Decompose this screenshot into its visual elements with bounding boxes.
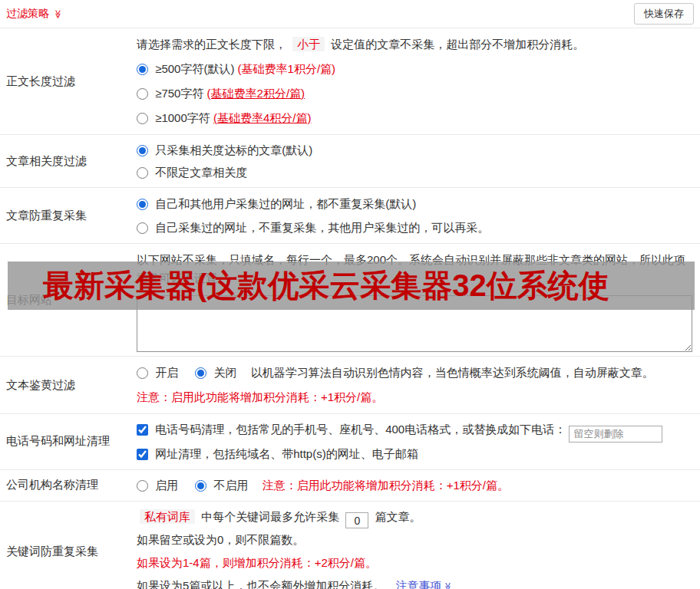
length-option-750[interactable]: ≥750字符 (基础费率2积分/篇) (137, 87, 305, 100)
keyword-note-five: 如果设为5篇或以上，也不会额外增加积分消耗。 (137, 579, 385, 589)
porn-filter-description: 以机器学习算法自动识别色情内容，当色情概率达到系统阈值，自动屏蔽文章。 (251, 366, 654, 379)
row-dedupe-collection: 文章防重复采集 自己和其他用户采集过的网址，都不重复采集(默认) 自己采集过的网… (0, 188, 700, 244)
row-keyword-dedupe: 关键词防重复采集 私有词库 中每个关键词最多允许采集 篇文章。 如果留空或设为0… (0, 502, 700, 589)
row-porn-filter: 文本鉴黄过滤 开启 关闭 以机器学习算法自动识别色情内容，当色情概率达到系统阈值… (0, 357, 700, 414)
company-clean-cost-note: 注意：启用此功能将增加积分消耗：+1积分/篇。 (262, 479, 509, 492)
dedupe-option-global[interactable]: 自己和其他用户采集过的网址，都不重复采集(默认) (137, 197, 416, 210)
row-relevance-filter: 文章相关度过滤 只采集相关度达标的文章(默认) 不限定文章相关度 (0, 135, 700, 188)
company-clean-disable-option[interactable]: 不启用 (195, 479, 251, 492)
length-750-label: ≥750字符 (155, 87, 203, 100)
phone-clean-label: 电话号码清理，包括常见的手机号、座机号、400电话格式，或替换成如下电话： (155, 423, 566, 436)
keyword-count-input[interactable] (345, 512, 368, 528)
replacement-phone-input[interactable] (569, 426, 662, 443)
porn-filter-on-label: 开启 (155, 366, 178, 379)
dedupe-global-radio[interactable] (137, 199, 148, 210)
notes-link-text: 注意事项 (396, 579, 442, 589)
topbar: 过滤策略 ≫ 快速保存 (0, 0, 700, 28)
phone-clean-option[interactable]: 电话号码清理，包括常见的手机号、座机号、400电话格式，或替换成如下电话： (137, 423, 569, 436)
length-option-1000[interactable]: ≥1000字符 (基础费率4积分/篇) (137, 111, 311, 124)
dedupe-option-self[interactable]: 自己采集过的网址，不重复采集，其他用户采集过的，可以再采。 (137, 221, 489, 234)
porn-filter-on-option[interactable]: 开启 (137, 366, 181, 379)
body-length-intro: 请选择需求的正文长度下限， 小于 设定值的文章不采集，超出部分不增加积分消耗。 (137, 32, 694, 57)
section-title-filter-strategy[interactable]: 过滤策略 ≫ (6, 7, 62, 21)
company-clean-enable-radio[interactable] (137, 480, 148, 492)
url-clean-checkbox[interactable] (137, 449, 148, 460)
chevron-down-icon: ≫ (53, 10, 63, 19)
length-1000-fee-note: (基础费率4积分/篇) (213, 111, 312, 124)
relevance-option-strict[interactable]: 只采集相关度达标的文章(默认) (137, 143, 312, 156)
dedupe-self-label: 自己采集过的网址，不重复采集，其他用户采集过的，可以再采。 (155, 221, 489, 234)
length-500-radio[interactable] (137, 64, 148, 75)
length-option-500[interactable]: ≥500字符(默认) (基础费率1积分/篇) (137, 62, 335, 75)
quick-save-button[interactable]: 快速保存 (634, 3, 694, 25)
keyword-note-cost: 如果设为1-4篇，则增加积分消耗：+2积分/篇。 (137, 551, 694, 574)
row-label-relevance: 文章相关度过滤 (0, 135, 137, 187)
intro-text-pre: 请选择需求的正文长度下限， (137, 38, 286, 51)
row-company-cleaning: 公司机构名称清理 启用 不启用 注意：启用此功能将增加积分消耗：+1积分/篇。 (0, 470, 700, 502)
company-clean-disable-label: 不启用 (214, 479, 249, 492)
dedupe-self-radio[interactable] (137, 222, 148, 234)
porn-filter-on-radio[interactable] (137, 367, 148, 379)
dedupe-global-label: 自己和其他用户采集过的网址，都不重复采集(默认) (155, 197, 416, 210)
length-750-radio[interactable] (137, 88, 148, 100)
porn-filter-cost-note: 注意：启用此功能将增加积分消耗：+1积分/篇。 (137, 385, 694, 410)
url-clean-label: 网址清理，包括纯域名、带http(s)的网址、电子邮箱 (155, 447, 418, 460)
company-clean-disable-radio[interactable] (195, 480, 206, 492)
relevance-any-label: 不限定文章相关度 (155, 166, 247, 179)
section-title-text: 过滤策略 (6, 7, 49, 19)
row-phone-url-cleaning: 电话号码和网址清理 电话号码清理，包括常见的手机号、座机号、400电话格式，或替… (0, 414, 700, 470)
filter-settings-page: 过滤策略 ≫ 快速保存 正文长度过滤 请选择需求的正文长度下限， 小于 设定值的… (0, 0, 700, 589)
row-label-company: 公司机构名称清理 (0, 470, 137, 501)
row-label-porn-filter: 文本鉴黄过滤 (0, 357, 137, 413)
intro-text-post: 设定值的文章不采集，超出部分不增加积分消耗。 (331, 38, 584, 51)
keyword-limit-text: 中每个关键词最多允许采集 (201, 510, 339, 523)
phone-clean-checkbox[interactable] (137, 424, 148, 436)
row-body-length-filter: 正文长度过滤 请选择需求的正文长度下限， 小于 设定值的文章不采集，超出部分不增… (0, 28, 700, 135)
row-label-phone-url: 电话号码和网址清理 (0, 414, 137, 469)
row-label-dedupe: 文章防重复采集 (0, 188, 137, 243)
length-500-label: ≥500字符(默认) (155, 62, 234, 75)
watermark-banner: 最新采集器(这款优采云采集器32位系统使 (8, 262, 695, 310)
row-label-keyword: 关键词防重复采集 (0, 502, 137, 589)
relevance-any-radio[interactable] (137, 167, 148, 179)
relevance-strict-label: 只采集相关度达标的文章(默认) (155, 143, 312, 156)
relevance-option-any[interactable]: 不限定文章相关度 (137, 166, 247, 179)
length-1000-radio[interactable] (137, 113, 148, 124)
keyword-limit-text-end: 篇文章。 (375, 510, 421, 523)
notes-link[interactable]: 注意事项≫ (396, 579, 453, 589)
url-clean-option[interactable]: 网址清理，包括纯域名、带http(s)的网址、电子邮箱 (137, 447, 418, 460)
length-500-fee-note: (基础费率1积分/篇) (238, 62, 336, 75)
watermark-text: 最新采集器(这款优采云采集器32位系统使 (43, 265, 609, 307)
porn-filter-off-radio[interactable] (195, 367, 206, 379)
row-label-body-length: 正文长度过滤 (0, 28, 137, 134)
company-clean-enable-option[interactable]: 启用 (137, 479, 181, 492)
keyword-note-zero: 如果留空或设为0，则不限篇数。 (137, 528, 694, 551)
private-lexicon-link[interactable]: 私有词库 (140, 509, 195, 524)
length-750-fee-note: (基础费率2积分/篇) (207, 87, 305, 100)
porn-filter-off-option[interactable]: 关闭 (195, 366, 239, 379)
relevance-strict-radio[interactable] (137, 145, 148, 156)
porn-filter-off-label: 关闭 (214, 366, 237, 379)
less-than-highlight: 小于 (292, 37, 325, 51)
company-clean-enable-label: 启用 (155, 479, 178, 492)
length-1000-label: ≥1000字符 (155, 111, 210, 124)
notes-chevron-icon: ≫ (436, 582, 459, 589)
